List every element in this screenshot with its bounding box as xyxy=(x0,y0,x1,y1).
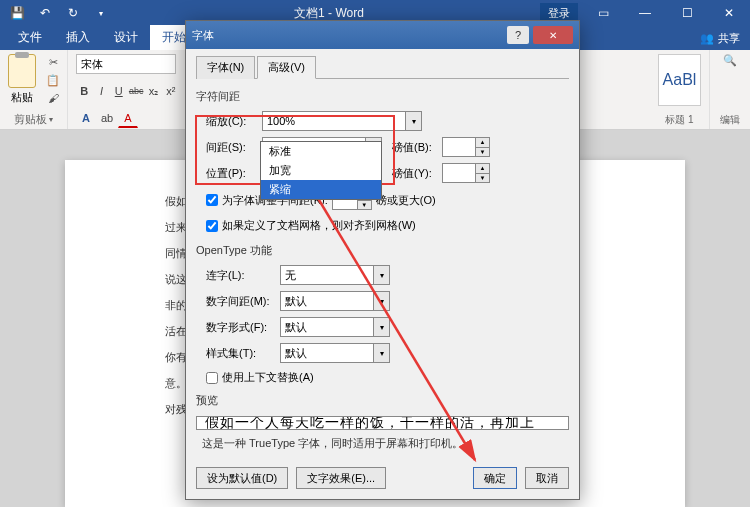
tab-design[interactable]: 设计 xyxy=(102,25,150,50)
text-effects-button[interactable]: 文字效果(E)... xyxy=(296,467,386,489)
text-effects-button[interactable]: A xyxy=(76,108,96,128)
paste-button[interactable]: 粘贴 xyxy=(8,54,36,105)
dd-option-condensed[interactable]: 紧缩 xyxy=(261,180,381,199)
spin-down-icon[interactable]: ▼ xyxy=(476,148,489,157)
clipboard-icon xyxy=(8,54,36,88)
set-default-button[interactable]: 设为默认值(D) xyxy=(196,467,288,489)
numspacing-combo[interactable]: 默认▾ xyxy=(280,291,390,311)
redo-icon[interactable]: ↻ xyxy=(62,2,84,24)
cancel-button[interactable]: 取消 xyxy=(525,467,569,489)
tab-file[interactable]: 文件 xyxy=(6,25,54,50)
spacing-by-spin[interactable]: ▲▼ xyxy=(442,137,490,157)
spin-up-icon[interactable]: ▲ xyxy=(476,164,489,174)
chevron-down-icon[interactable]: ▾ xyxy=(373,266,389,284)
grid-label: 如果定义了文档网格，则对齐到网格(W) xyxy=(222,218,416,233)
spin-down-icon[interactable]: ▼ xyxy=(476,174,489,183)
dialog-close-icon[interactable]: ✕ xyxy=(533,26,573,44)
preview-box: 假如一个人每天吃一样的饭，干一样的活，再加上 xyxy=(196,416,569,430)
styles-label: 标题 1 xyxy=(658,113,701,127)
spacing-by-label: 磅值(B): xyxy=(392,140,438,155)
strike-button[interactable]: abc xyxy=(128,81,145,101)
position-by-spin[interactable]: ▲▼ xyxy=(442,163,490,183)
section-opentype: OpenType 功能 xyxy=(196,243,569,258)
numform-label: 数字形式(F): xyxy=(206,320,276,335)
save-icon[interactable]: 💾 xyxy=(6,2,28,24)
editing-label: 编辑 xyxy=(718,113,742,127)
section-char-spacing: 字符间距 xyxy=(196,89,569,104)
spin-up-icon[interactable]: ▲ xyxy=(476,138,489,148)
highlight-button[interactable]: ab xyxy=(97,108,117,128)
context-label: 使用上下文替换(A) xyxy=(222,370,314,385)
share-button[interactable]: 👥共享 xyxy=(690,27,750,50)
grid-checkbox[interactable] xyxy=(206,220,218,232)
window-title: 文档1 - Word xyxy=(118,5,540,22)
numform-combo[interactable]: 默认▾ xyxy=(280,317,390,337)
numspacing-label: 数字间距(M): xyxy=(206,294,276,309)
dd-option-expanded[interactable]: 加宽 xyxy=(261,161,381,180)
scale-label: 缩放(C): xyxy=(206,114,258,129)
dialog-help-icon[interactable]: ? xyxy=(507,26,529,44)
clipboard-label: 剪贴板 xyxy=(14,112,47,127)
share-icon: 👥 xyxy=(700,32,714,45)
italic-button[interactable]: I xyxy=(93,81,109,101)
style-tile[interactable]: AaBl xyxy=(658,54,701,106)
spacing-dropdown: 标准 加宽 紧缩 xyxy=(260,141,382,200)
spin-down-icon[interactable]: ▼ xyxy=(358,201,371,210)
chevron-down-icon[interactable]: ▾ xyxy=(405,112,421,130)
kerning-checkbox[interactable] xyxy=(206,194,218,206)
tab-insert[interactable]: 插入 xyxy=(54,25,102,50)
copy-icon[interactable]: 📋 xyxy=(44,72,62,88)
format-painter-icon[interactable]: 🖌 xyxy=(44,90,62,106)
preview-note: 这是一种 TrueType 字体，同时适用于屏幕和打印机。 xyxy=(202,436,569,451)
tab-font-n[interactable]: 字体(N) xyxy=(196,56,255,79)
cut-icon[interactable]: ✂ xyxy=(44,54,62,70)
position-by-label: 磅值(Y): xyxy=(392,166,438,181)
scale-combo[interactable]: 100%▾ xyxy=(262,111,422,131)
close-icon[interactable]: ✕ xyxy=(708,0,750,26)
minimize-icon[interactable]: — xyxy=(624,0,666,26)
ligatures-label: 连字(L): xyxy=(206,268,276,283)
section-preview: 预览 xyxy=(196,393,569,408)
ok-button[interactable]: 确定 xyxy=(473,467,517,489)
dd-option-standard[interactable]: 标准 xyxy=(261,142,381,161)
chevron-down-icon[interactable]: ▾ xyxy=(373,292,389,310)
find-icon[interactable]: 🔍 xyxy=(723,54,737,67)
position-label: 位置(P): xyxy=(206,166,258,181)
styleset-label: 样式集(T): xyxy=(206,346,276,361)
chevron-down-icon[interactable]: ▾ xyxy=(373,318,389,336)
font-color-button[interactable]: A xyxy=(118,108,138,128)
font-name-combo[interactable]: 宋体 xyxy=(76,54,176,74)
ligatures-combo[interactable]: 无▾ xyxy=(280,265,390,285)
bold-button[interactable]: B xyxy=(76,81,92,101)
kerning-unit: 磅或更大(O) xyxy=(376,193,436,208)
dialog-title: 字体 xyxy=(192,28,507,43)
undo-icon[interactable]: ↶ xyxy=(34,2,56,24)
chevron-down-icon[interactable]: ▾ xyxy=(373,344,389,362)
maximize-icon[interactable]: ☐ xyxy=(666,0,708,26)
styleset-combo[interactable]: 默认▾ xyxy=(280,343,390,363)
context-checkbox[interactable] xyxy=(206,372,218,384)
qat-more-icon[interactable]: ▾ xyxy=(90,2,112,24)
underline-button[interactable]: U xyxy=(111,81,127,101)
spacing-label: 间距(S): xyxy=(206,140,258,155)
font-dialog: 字体 ? ✕ 字体(N) 高级(V) 字符间距 缩放(C): 100%▾ 间距(… xyxy=(185,20,580,500)
ribbon-opts-icon[interactable]: ▭ xyxy=(582,0,624,26)
sup-button[interactable]: x² xyxy=(163,81,179,101)
sub-button[interactable]: x₂ xyxy=(145,81,161,101)
tab-advanced[interactable]: 高级(V) xyxy=(257,56,316,79)
